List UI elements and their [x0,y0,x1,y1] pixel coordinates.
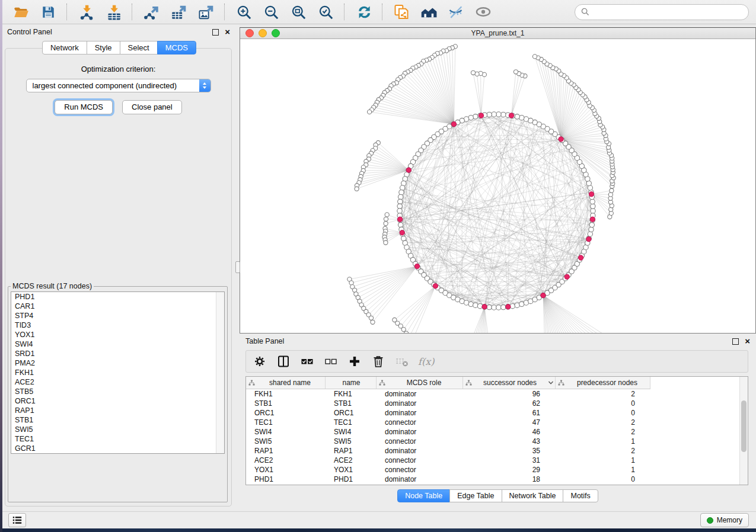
optimization-criterion-select[interactable]: largest connected component (undirected) [26,79,211,92]
network-canvas[interactable] [240,39,755,333]
zoom-selected-button[interactable] [313,2,338,21]
table-row[interactable]: YOX1YOX1connector291 [246,465,748,475]
export-table-button[interactable] [166,2,191,21]
hide-selected-button[interactable] [444,2,468,21]
mcds-result-item[interactable]: GCR1 [11,444,224,453]
mcds-result-item[interactable]: ACE2 [11,377,224,387]
mcds-result-item[interactable]: ORC1 [11,396,224,406]
mcds-result-item[interactable]: STP4 [11,311,224,321]
column-header-successor-nodes[interactable]: successor nodes [463,377,556,389]
zoom-in-button[interactable] [231,2,256,21]
open-file-button[interactable] [8,2,33,21]
select-all-rows-button[interactable] [299,354,315,369]
table-row[interactable]: ACE2ACE2connector311 [246,456,748,465]
close-table-panel-icon[interactable]: × [745,338,750,344]
eye-slash-icon [448,4,464,20]
delete-table-button-disabled [394,354,410,369]
close-panel-button[interactable]: Close panel [122,100,182,114]
splitter-grip[interactable] [235,261,240,273]
float-panel-icon[interactable] [212,29,219,36]
mcds-result-item[interactable]: SWI5 [11,425,224,434]
tab-network[interactable]: Network [42,41,87,55]
main-toolbar [0,0,756,24]
show-all-button[interactable] [471,2,496,21]
table-body: FKH1FKH1dominator962STB1STB1dominator620… [246,389,748,484]
import-table-icon [106,4,122,20]
table-scrollbar[interactable] [739,377,748,485]
float-table-panel-icon[interactable] [732,338,739,345]
table-row[interactable]: TEC1TEC1connector472 [246,418,748,427]
tab-style[interactable]: Style [87,41,120,55]
mcds-result-item[interactable]: SRD1 [11,349,224,358]
toolbar-separator [132,4,133,20]
mcds-result-item[interactable]: YOX1 [11,330,224,339]
column-header-mcds-role[interactable]: MCDS role [377,377,463,389]
scrollbar-thumb[interactable] [741,400,747,452]
refresh-layout-button[interactable] [351,2,376,21]
zoom-out-button[interactable] [259,2,283,21]
cell: ACE2 [326,456,377,464]
panel-splitter[interactable] [235,24,240,511]
tab-mcds[interactable]: MCDS [157,41,196,55]
unchecked-boxes-icon [324,355,337,368]
save-session-button[interactable] [36,2,60,21]
status-bar: Memory [0,511,756,528]
network-graph[interactable] [240,39,753,333]
mcds-result-item[interactable]: PMA2 [11,358,224,368]
cell: 1 [556,456,650,464]
import-table-button[interactable] [101,2,126,21]
run-mcds-button[interactable]: Run MCDS [55,100,113,114]
network-window-titlebar[interactable]: YPA_prune.txt_1 [240,28,755,39]
table-row[interactable]: STB1STB1dominator620 [246,399,748,408]
table-tab-node-table[interactable]: Node Table [397,489,450,502]
search-input[interactable] [593,7,742,17]
cell: SWI4 [326,428,377,436]
list-scrollbar[interactable] [216,292,224,453]
table-settings-button[interactable] [252,354,267,369]
mcds-result-item[interactable]: STB5 [11,387,224,396]
memory-button[interactable]: Memory [700,513,749,527]
toolbar-separator [66,4,68,20]
close-panel-icon[interactable]: × [225,29,230,35]
delete-column-button[interactable] [371,354,386,369]
table-row[interactable]: FKH1FKH1dominator962 [246,389,748,399]
mcds-result-item[interactable]: FKH1 [11,368,224,377]
table-row[interactable]: SWI4SWI4dominator462 [246,427,748,437]
mcds-result-item[interactable]: TEC1 [11,434,224,444]
mcds-result-list[interactable]: PHD1CAR1STP4TID3YOX1SWI4SRD1PMA2FKH1ACE2… [11,291,225,454]
mcds-result-item[interactable]: SWI4 [11,339,224,349]
column-header-shared-name[interactable]: shared name [246,377,326,389]
table-row[interactable]: RAP1RAP1dominator352 [246,446,748,456]
column-header-predecessor-nodes[interactable]: predecessor nodes [556,377,650,389]
deselect-all-rows-button[interactable] [323,354,339,369]
mcds-result-item[interactable]: TID3 [11,321,224,330]
table-row[interactable]: ORC1ORC1dominator610 [246,408,748,418]
memory-status-icon [707,517,713,524]
mcds-result-item[interactable]: RAP1 [11,406,224,415]
mcds-result-item[interactable]: PHD1 [11,292,224,302]
show-column-button[interactable] [276,354,291,369]
gear-icon [253,355,266,368]
cell: connector [377,466,463,474]
columns-icon [277,355,290,368]
clone-network-button[interactable] [389,2,414,21]
panel-menu-button[interactable] [8,513,26,527]
table-row[interactable]: SWI5SWI5connector431 [246,437,748,446]
column-header-name[interactable]: name [326,377,377,389]
zoom-fit-button[interactable] [286,2,311,21]
table-tab-edge-table[interactable]: Edge Table [449,489,502,502]
table-tab-motifs[interactable]: Motifs [563,489,598,502]
import-network-button[interactable] [74,2,98,21]
mcds-result-item[interactable]: CAR1 [11,302,224,311]
mcds-result-title: MCDS result (17 nodes) [11,282,94,290]
export-network-button[interactable] [139,2,164,21]
mcds-result-item[interactable]: STB1 [11,415,224,425]
add-column-button[interactable] [347,354,362,369]
table-panel-header: Table Panel × [240,334,756,349]
first-neighbors-button[interactable] [416,2,441,21]
table-row[interactable]: PHD1PHD1dominator180 [246,475,748,484]
search-field[interactable] [575,4,749,20]
export-image-button[interactable] [193,2,218,21]
tab-select[interactable]: Select [120,41,158,55]
table-tab-network-table[interactable]: Network Table [502,489,564,502]
